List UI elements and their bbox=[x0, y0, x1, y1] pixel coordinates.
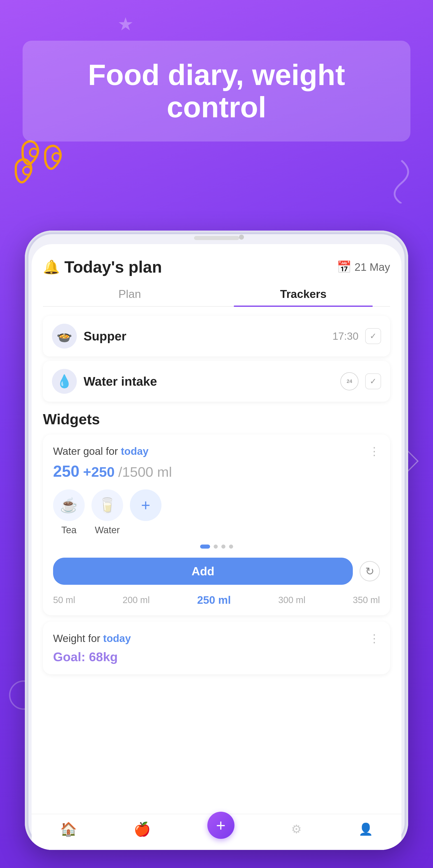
water-today-highlight: today bbox=[121, 445, 148, 457]
volume-200ml[interactable]: 200 ml bbox=[123, 595, 150, 605]
water-widget-menu[interactable]: ⋮ bbox=[369, 445, 380, 458]
add-drink-icon-circle: + bbox=[130, 489, 162, 521]
bg-star-top: ★ bbox=[118, 13, 134, 35]
app-header: 🔔 Today's plan 📅 21 May bbox=[43, 258, 390, 276]
supper-time: 17:30 bbox=[332, 330, 359, 342]
water-widget-card: Water goal for today ⋮ 250 +250 /1500 ml… bbox=[43, 434, 390, 615]
home-icon: 🏠 bbox=[60, 821, 77, 837]
water-icon: 💧 bbox=[52, 369, 77, 394]
nav-person[interactable]: ⚙ bbox=[291, 822, 302, 837]
water-widget-header: Water goal for today ⋮ bbox=[53, 445, 380, 458]
water-label: Water intake bbox=[84, 374, 334, 389]
dot-2[interactable] bbox=[214, 545, 218, 549]
app-title: Today's plan bbox=[64, 258, 162, 276]
phone-content: 🔔 Today's plan 📅 21 May Plan Trackers bbox=[32, 244, 401, 850]
drink-option-add[interactable]: + bbox=[130, 489, 162, 535]
water-glass-icon-circle: 🥛 bbox=[92, 489, 123, 521]
volume-50ml[interactable]: 50 ml bbox=[53, 595, 75, 605]
deco-pins bbox=[4, 135, 77, 204]
volume-options-row: 50 ml 200 ml 250 ml 300 ml 350 ml bbox=[53, 594, 380, 606]
add-action-row: Add ↻ bbox=[53, 558, 380, 585]
tea-icon-circle: ☕ bbox=[53, 489, 85, 521]
bell-icon: 🔔 bbox=[43, 259, 60, 275]
water-current-value: 250 bbox=[53, 462, 79, 480]
refresh-button[interactable]: ↻ bbox=[360, 561, 380, 581]
weight-goal-text: Goal: 68kg bbox=[53, 649, 380, 664]
app-title-group: 🔔 Today's plan bbox=[43, 258, 162, 276]
phone-notch bbox=[194, 236, 239, 240]
meal-item-supper[interactable]: 🍲 Supper 17:30 ✓ bbox=[43, 316, 390, 356]
clock-24-icon: 24 bbox=[340, 372, 359, 391]
profile-icon: 👤 bbox=[359, 822, 373, 836]
calendar-icon: 📅 bbox=[337, 260, 352, 274]
food-icon: 🍎 bbox=[134, 821, 151, 837]
drink-option-tea[interactable]: ☕ Tea bbox=[53, 489, 85, 535]
nav-food[interactable]: 🍎 bbox=[134, 821, 151, 839]
supper-checkbox[interactable]: ✓ bbox=[365, 328, 381, 344]
fab-add-button[interactable]: + bbox=[207, 812, 234, 839]
tabs-bar: Plan Trackers bbox=[43, 287, 390, 307]
water-add-value: +250 bbox=[83, 464, 115, 480]
carousel-dots bbox=[53, 545, 380, 549]
supper-label: Supper bbox=[84, 329, 326, 343]
add-water-button[interactable]: Add bbox=[53, 558, 353, 585]
weight-widget-menu[interactable]: ⋮ bbox=[369, 632, 380, 645]
date-text: 21 May bbox=[355, 261, 390, 273]
phone-inner: 🔔 Today's plan 📅 21 May Plan Trackers bbox=[32, 244, 401, 850]
tab-plan[interactable]: Plan bbox=[43, 287, 216, 306]
water-total-value: /1500 ml bbox=[118, 464, 172, 480]
volume-350ml[interactable]: 350 ml bbox=[353, 595, 380, 605]
weight-widget-title: Weight for today bbox=[53, 632, 131, 645]
drink-options-row: ☕ Tea 🥛 Water + bbox=[53, 489, 380, 535]
water-amounts-row: 250 +250 /1500 ml bbox=[53, 462, 380, 480]
nav-profile[interactable]: 👤 bbox=[359, 822, 373, 837]
dot-4[interactable] bbox=[229, 545, 233, 549]
dot-1[interactable] bbox=[200, 545, 210, 549]
phone-frame: 🔔 Today's plan 📅 21 May Plan Trackers bbox=[25, 230, 408, 850]
water-glass-label: Water bbox=[95, 525, 120, 535]
drink-option-water[interactable]: 🥛 Water bbox=[92, 489, 123, 535]
weight-widget-card: Weight for today ⋮ Goal: 68kg bbox=[43, 622, 390, 674]
tab-trackers[interactable]: Trackers bbox=[216, 287, 390, 306]
water-checkbox[interactable]: ✓ bbox=[365, 373, 381, 389]
widgets-title: Widgets bbox=[43, 411, 390, 428]
water-widget-title: Water goal for today bbox=[53, 445, 148, 457]
meal-item-water[interactable]: 💧 Water intake 24 ✓ bbox=[43, 361, 390, 402]
main-title: Food diary, weight control bbox=[36, 59, 397, 123]
supper-icon: 🍲 bbox=[52, 324, 77, 348]
dot-3[interactable] bbox=[221, 545, 225, 549]
header-box: Food diary, weight control bbox=[23, 41, 410, 142]
weight-today-highlight: today bbox=[103, 632, 131, 644]
nav-home[interactable]: 🏠 bbox=[60, 821, 77, 839]
bg-squiggle bbox=[383, 158, 420, 204]
tea-label: Tea bbox=[61, 525, 76, 535]
bottom-nav: 🏠 🍎 + ⚙ 👤 bbox=[32, 814, 401, 850]
volume-250ml[interactable]: 250 ml bbox=[197, 594, 231, 606]
date-group: 📅 21 May bbox=[337, 260, 390, 274]
weight-widget-header: Weight for today ⋮ bbox=[53, 632, 380, 645]
person-icon: ⚙ bbox=[291, 822, 302, 836]
volume-300ml[interactable]: 300 ml bbox=[278, 595, 305, 605]
phone-camera bbox=[239, 235, 244, 240]
